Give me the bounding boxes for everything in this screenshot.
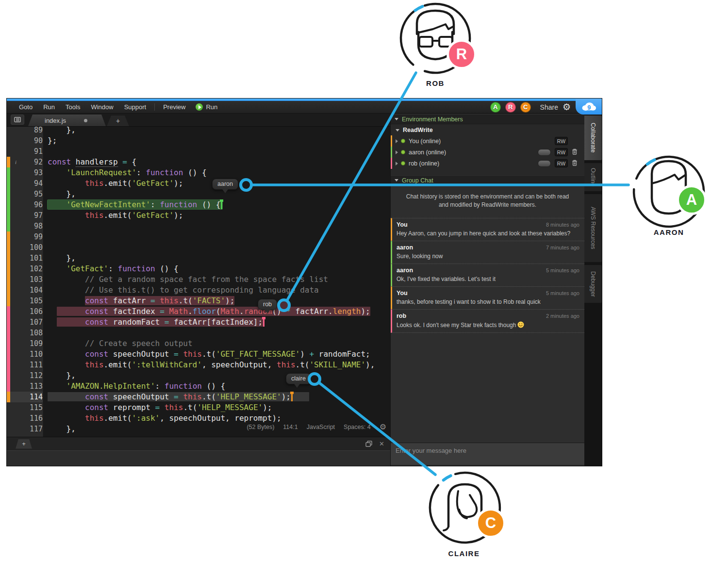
expander-icon[interactable] <box>396 162 398 165</box>
code-text: const factIndex = Math.floor(Math.random… <box>43 306 390 317</box>
chat-author: rob <box>397 313 406 319</box>
code-line-114: 114 const speechOutput = this.t('HELP_ME… <box>7 392 390 402</box>
code-text: this.emit('GetFact'); <box>43 210 390 221</box>
vtab-collaborate[interactable]: Collaborate <box>584 116 602 160</box>
stack-windows-icon[interactable] <box>365 441 372 447</box>
console-close-icon[interactable]: ✕ <box>379 440 384 447</box>
menu-preview[interactable]: Preview <box>158 103 191 111</box>
code-text: 'GetNewFactIntent': function () { <box>43 199 390 210</box>
code-text: }, <box>43 370 390 381</box>
code-line-110: 110 const speechOutput = this.t('GET_FAC… <box>7 349 390 360</box>
run-button[interactable]: Run <box>191 103 222 111</box>
trash-icon[interactable] <box>572 160 579 167</box>
code-line-111: 111 this.emit(':tellWithCard', speechOut… <box>7 360 390 370</box>
code-line-94: 94 this.emit('GetFact'); <box>7 178 390 189</box>
editor-status-bar: (52 Bytes) 114:1 JavaScript Spaces: 4 ⚙ <box>247 423 386 431</box>
chat-author: You <box>397 221 408 228</box>
chat-author: You <box>397 290 408 297</box>
topbar-avatar-a[interactable]: A <box>490 102 501 113</box>
orange-remote-cursor <box>291 392 293 401</box>
code-text: const handlersp = { <box>43 157 390 167</box>
expander-icon[interactable] <box>396 150 398 154</box>
code-text: 'LaunchRequest': function () { <box>43 167 390 178</box>
gutter-marker <box>7 264 10 274</box>
code-text: 'AMAZON.HelpIntent': function () { <box>43 381 390 392</box>
gutter-info-icon: i <box>15 157 17 167</box>
language-mode[interactable]: JavaScript <box>307 424 335 430</box>
chat-message: rob2 minutes agoLooks ok. I don't see my… <box>391 309 584 333</box>
tab-index-js[interactable]: index.js <box>28 115 106 126</box>
tab-list-button[interactable] <box>11 115 24 125</box>
share-button[interactable]: Share <box>540 103 558 111</box>
chat-message: aaron5 minutes agoOk, I've fixed the var… <box>391 264 584 286</box>
svg-text:9: 9 <box>587 104 591 111</box>
online-dot <box>401 161 405 165</box>
group-chat-header[interactable]: Group Chat <box>391 175 584 185</box>
code-line-115: 115 const reprompt = this.t('HELP_MESSAG… <box>7 402 390 413</box>
chat-message: You8 minutes agoHey Aaron, can you jump … <box>391 218 584 241</box>
pink-remote-cursor <box>263 317 265 327</box>
cloud-icon: 9 <box>579 101 598 113</box>
file-size: (52 Bytes) <box>247 424 274 430</box>
code-text: const speechOutput = this.t('GET_FACT_ME… <box>43 349 390 360</box>
new-tab-button[interactable]: + <box>107 116 129 126</box>
chat-message: You5 minutes agothanks, before testing i… <box>391 286 584 309</box>
readwrite-group-header[interactable]: ReadWrite <box>391 125 584 135</box>
code-text: }, <box>43 189 390 199</box>
rw-badge[interactable]: RW <box>555 137 568 145</box>
console-new-tab-button[interactable]: + <box>16 439 32 449</box>
rw-badge[interactable]: RW <box>555 159 568 167</box>
chat-message-header: You5 minutes ago <box>397 290 579 297</box>
console-tab-strip: + ✕ <box>7 437 390 450</box>
code-line-107: 107 const randomFact = factArr[factIndex… <box>7 317 390 328</box>
access-toggle[interactable] <box>538 160 551 167</box>
vtab-debugger[interactable]: Debugger <box>584 265 602 303</box>
access-toggle[interactable] <box>538 149 551 156</box>
cursor-position[interactable]: 114:1 <box>283 424 298 430</box>
gutter-marker <box>7 360 10 370</box>
gutter-marker <box>7 189 10 199</box>
menu-support[interactable]: Support <box>119 103 152 111</box>
trash-icon[interactable] <box>572 148 579 156</box>
editor-prefs-gear-icon[interactable]: ⚙ <box>380 423 386 431</box>
topbar-avatar-c[interactable]: C <box>520 102 531 113</box>
menu-run[interactable]: Run <box>38 103 60 111</box>
chat-input[interactable] <box>391 443 584 465</box>
menu-separator <box>154 103 155 111</box>
expander-icon[interactable] <box>396 139 398 143</box>
green-remote-cursor <box>221 200 222 209</box>
environment-members-header[interactable]: Environment Members <box>391 114 584 124</box>
menu-goto[interactable]: Goto <box>14 103 38 111</box>
settings-gear-icon[interactable]: ⚙ <box>563 102 571 112</box>
vtab-outline[interactable]: Outline <box>584 163 602 191</box>
code-text <box>43 221 390 231</box>
chat-message-header: rob2 minutes ago <box>397 313 579 319</box>
line-number: 93 <box>10 167 43 178</box>
code-line-92: 92iconst handlersp = { <box>7 157 390 167</box>
rw-badge[interactable]: RW <box>555 148 568 156</box>
menu-tools[interactable]: Tools <box>60 103 85 111</box>
code-text: // Use this.t() to get corresponding lan… <box>43 285 390 296</box>
code-editor[interactable]: 89 },90};9192iconst handlersp = {93 'Lau… <box>7 127 390 437</box>
gutter-marker <box>7 338 10 349</box>
gutter-marker <box>7 127 10 135</box>
console-panel[interactable] <box>7 450 390 466</box>
line-number: 107 <box>10 317 43 328</box>
chat-author: aaron <box>397 244 413 251</box>
vtab-aws-resources[interactable]: AWS Resources <box>584 194 602 262</box>
indent-setting[interactable]: Spaces: 4 <box>344 424 371 430</box>
chat-timestamp: 5 minutes ago <box>546 267 579 273</box>
code-text <box>43 231 390 242</box>
line-number: 102 <box>10 264 43 274</box>
gutter-marker <box>7 178 10 189</box>
code-text: const reprompt = this.t('HELP_MESSAGE'); <box>43 402 390 413</box>
chat-message-header: aaron7 minutes ago <box>397 244 579 251</box>
line-number: 91 <box>10 146 43 157</box>
menu-window[interactable]: Window <box>85 103 118 111</box>
code-line-103: 103 // Get a random space fact from the … <box>7 274 390 285</box>
topbar-avatar-r[interactable]: R <box>505 102 516 113</box>
chat-message-header: You8 minutes ago <box>397 221 579 228</box>
line-number: 109 <box>10 338 43 349</box>
code-line-89: 89 }, <box>7 127 390 135</box>
chat-message-header: aaron5 minutes ago <box>397 267 579 274</box>
